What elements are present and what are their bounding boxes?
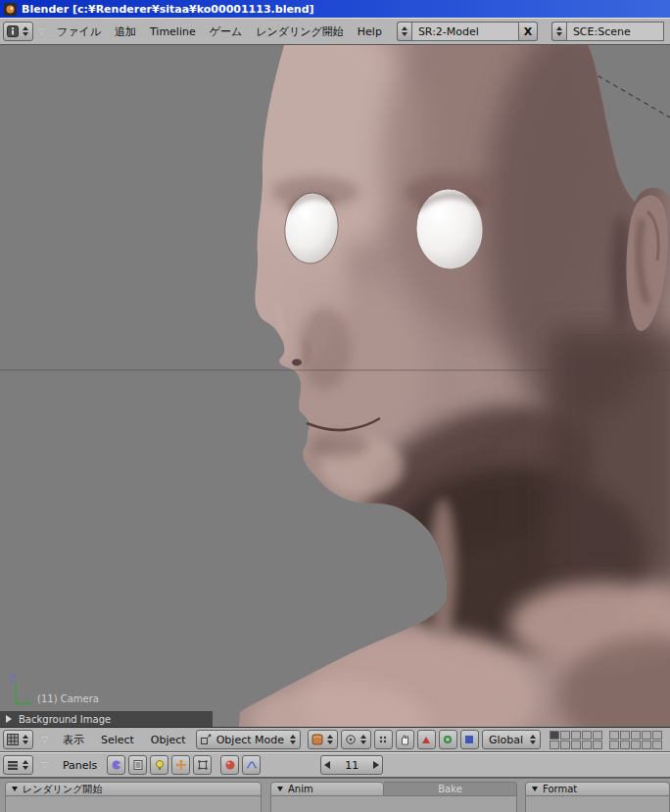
scene-browse-button[interactable] xyxy=(551,22,566,41)
layer-toggle[interactable] xyxy=(631,731,641,740)
layer-toggle[interactable] xyxy=(593,740,602,749)
background-image-panel-header[interactable]: Background Image xyxy=(0,711,213,727)
anim-panel-header[interactable]: Anim xyxy=(270,782,384,796)
object-mode-icon xyxy=(200,734,212,745)
menu-view[interactable]: 表示 xyxy=(56,733,91,747)
viewport-editor-type-button[interactable] xyxy=(3,730,33,749)
axis-z-label: Z xyxy=(10,674,16,684)
layer-toggle[interactable] xyxy=(609,740,619,749)
window-titlebar[interactable]: Blender [c:¥Renderer¥sitaa¥ko00001113.bl… xyxy=(0,0,670,18)
material-context-button[interactable] xyxy=(220,755,239,775)
frame-next-icon[interactable] xyxy=(373,761,379,769)
mode-dropdown-label: Object Mode xyxy=(215,734,286,746)
mode-dropdown[interactable]: Object Mode xyxy=(196,730,301,749)
editor-type-button[interactable] xyxy=(3,22,33,41)
orientation-label: Global xyxy=(486,734,526,746)
pivot-stepper-icon xyxy=(359,735,367,744)
panel-expand-icon xyxy=(6,715,12,723)
manipulator-combo-button[interactable] xyxy=(374,730,393,749)
buttons-header-collapse-icon[interactable]: ▽ xyxy=(36,760,53,770)
script-icon xyxy=(132,759,144,771)
layer-toggle[interactable] xyxy=(609,731,619,740)
curves-context-button[interactable] xyxy=(242,755,261,775)
anim-panel-tabs: Anim Bake xyxy=(270,782,517,796)
panels-menu[interactable]: Panels xyxy=(56,759,104,772)
viewport-header: ▽ 表示 Select Object Object Mode Global xyxy=(0,727,670,752)
shading-context-button[interactable] xyxy=(150,755,168,775)
editor-type-stepper xyxy=(22,26,29,36)
logic-context-button[interactable] xyxy=(107,755,125,775)
layer-buttons-group-2[interactable] xyxy=(609,731,662,749)
layer-toggle[interactable] xyxy=(620,731,630,740)
frame-prev-icon[interactable] xyxy=(324,761,330,769)
format-panel-title: Format xyxy=(543,784,577,794)
layer-toggle[interactable] xyxy=(560,740,570,749)
layer-buttons-group-1[interactable] xyxy=(550,731,602,749)
layer-toggle[interactable] xyxy=(550,731,559,740)
screen-browse-button[interactable] xyxy=(397,22,411,41)
menu-help[interactable]: Help xyxy=(351,25,389,38)
layer-toggle[interactable] xyxy=(582,731,592,740)
layer-toggle[interactable] xyxy=(571,731,581,740)
buttons-window-icon xyxy=(7,759,19,771)
rotate-manipulator-button[interactable] xyxy=(439,730,457,749)
3d-view-editor-icon xyxy=(7,734,19,745)
layer-toggle[interactable] xyxy=(620,740,630,749)
viewport-header-collapse-icon[interactable]: ▽ xyxy=(36,735,53,744)
menu-file[interactable]: ファイル xyxy=(50,24,108,39)
scene-name-field[interactable]: SCE:Scene xyxy=(566,22,664,41)
pivot-icon xyxy=(345,734,357,745)
frame-number-field[interactable]: 11 xyxy=(320,755,383,775)
screen-name-field[interactable]: SR:2-Model xyxy=(411,22,519,41)
format-panel-header[interactable]: Format xyxy=(525,782,670,796)
orientation-dropdown[interactable]: Global xyxy=(482,730,541,749)
render-panel-header[interactable]: レンダリング開始 xyxy=(5,782,262,796)
menu-select[interactable]: Select xyxy=(94,734,141,746)
menu-render[interactable]: レンダリング開始 xyxy=(249,24,351,39)
orientation-stepper-icon xyxy=(529,735,537,744)
bake-tab[interactable]: Bake xyxy=(384,782,517,796)
blender-window: Blender [c:¥Renderer¥sitaa¥ko00001113.bl… xyxy=(0,0,670,812)
editing-context-button[interactable] xyxy=(193,755,212,775)
screen-stepper-icon xyxy=(401,26,408,36)
pivot-dropdown[interactable] xyxy=(341,730,371,749)
layer-toggle[interactable] xyxy=(560,731,570,740)
viewport-canvas: Z (11) Camera xyxy=(0,45,670,727)
script-context-button[interactable] xyxy=(128,755,147,775)
draw-type-dropdown[interactable] xyxy=(308,730,338,749)
blender-logo-icon xyxy=(4,3,17,16)
layer-toggle[interactable] xyxy=(582,740,592,749)
object-icon xyxy=(175,759,187,771)
layer-toggle[interactable] xyxy=(631,740,641,749)
menu-add[interactable]: 追加 xyxy=(108,24,143,39)
menu-timeline[interactable]: Timeline xyxy=(143,25,203,38)
screen-delete-button[interactable]: X xyxy=(519,22,538,41)
layer-toggle[interactable] xyxy=(642,731,651,740)
menu-game[interactable]: ゲーム xyxy=(203,24,250,39)
scene-stepper-icon xyxy=(555,26,563,36)
draw-type-stepper-icon xyxy=(326,735,334,744)
format-panel-body xyxy=(525,796,670,812)
render-panel-title: レンダリング開始 xyxy=(23,783,102,796)
viewport-3d[interactable]: Z (11) Camera Background Image xyxy=(0,45,670,727)
object-context-button[interactable] xyxy=(171,755,190,775)
panel-collapse-icon xyxy=(12,787,18,791)
render-panel-body xyxy=(5,796,262,812)
dots-icon xyxy=(377,734,389,745)
scale-manipulator-button[interactable] xyxy=(460,730,479,749)
layer-toggle[interactable] xyxy=(593,731,602,740)
buttons-editor-type-button[interactable] xyxy=(3,755,33,775)
layer-toggle[interactable] xyxy=(642,740,651,749)
viewport-editor-stepper xyxy=(22,735,29,744)
manipulator-toggle-button[interactable] xyxy=(396,730,414,749)
menu-object[interactable]: Object xyxy=(144,734,193,746)
header-collapse-icon[interactable]: ▽ xyxy=(33,26,50,36)
layer-toggle[interactable] xyxy=(652,731,662,740)
buttons-editor-stepper xyxy=(22,760,29,770)
scale-icon xyxy=(465,736,473,743)
translate-manipulator-button[interactable] xyxy=(417,730,436,749)
anim-panel-body xyxy=(270,796,517,812)
layer-toggle[interactable] xyxy=(571,740,581,749)
layer-toggle[interactable] xyxy=(550,740,559,749)
layer-toggle[interactable] xyxy=(652,740,662,749)
